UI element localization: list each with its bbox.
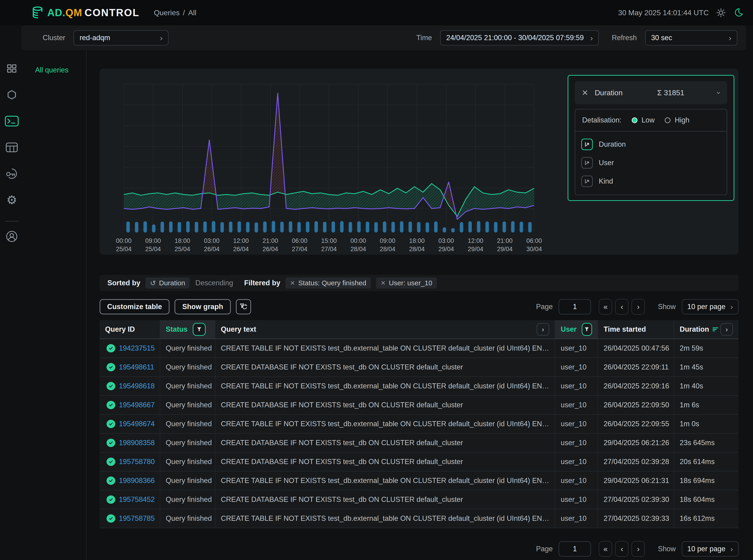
table-row[interactable]: 198908366 Query finished CREATE TABLE IF… (100, 472, 738, 491)
refresh-interval-select[interactable]: 30 sec› (645, 30, 737, 45)
sort-chip-duration[interactable]: ↺ Duration (145, 278, 190, 288)
query-id-link[interactable]: 194237515 (119, 344, 155, 353)
cluster-select[interactable]: red-adqm› (74, 30, 168, 45)
x-axis-tick: 18:0028/04 (409, 237, 425, 253)
filter-funnel-icon (584, 326, 590, 332)
detalisation-option-high[interactable]: High (665, 116, 689, 124)
per-page-select[interactable]: 10 per page› (682, 299, 738, 314)
sidebar-item-cluster[interactable] (4, 88, 19, 102)
column-header-time-started: Time started (598, 320, 674, 339)
legend-metric-duration[interactable]: Duration (581, 135, 721, 154)
legend-header[interactable]: ✕ Duration Σ 31851 › (575, 81, 727, 104)
page-number-input[interactable] (558, 541, 591, 557)
table-row[interactable]: 195498618 Query finished CREATE TABLE IF… (100, 377, 738, 396)
legend-metric-kind[interactable]: Kind (581, 172, 721, 191)
pagination-bottom: Page « ‹ › Show 10 per page› (536, 541, 738, 557)
sort-filter-summary-bar: Sorted by ↺ Duration Descending Filtered… (100, 275, 738, 291)
legend-metric-user[interactable]: User (581, 154, 721, 172)
chart-plot-area[interactable] (124, 84, 534, 234)
filtered-by-label: Filtered by (244, 279, 280, 287)
breadcrumb-page[interactable]: All (188, 8, 197, 17)
customize-table-button[interactable]: Customize table (100, 299, 170, 314)
nav-item-all-queries[interactable]: All queries (35, 66, 86, 74)
time-range-select[interactable]: 24/04/2025 21:00:00 - 30/04/2025 07:59:5… (440, 30, 599, 45)
row-time-started: 29/04/2025 06:21:31 (598, 472, 674, 490)
settings-gear-icon: ⚙ (6, 194, 17, 206)
cluster-label: Cluster (43, 34, 65, 42)
sidebar-item-queries-active[interactable] (4, 114, 19, 128)
database-cylinder-icon (31, 6, 44, 19)
dark-theme-moon-icon[interactable] (733, 7, 744, 18)
sidebar-item-access[interactable] (4, 166, 19, 181)
breadcrumb-section[interactable]: Queries (154, 8, 180, 17)
open-chart-icon (581, 157, 593, 168)
open-chart-icon (581, 139, 593, 150)
prev-page-button[interactable]: ‹ (615, 541, 629, 557)
sidebar-item-settings[interactable]: ⚙ (4, 193, 19, 207)
per-page-select[interactable]: 10 per page› (682, 541, 738, 557)
detalisation-box: Detalisation: Low High Duration User (575, 109, 727, 195)
query-id-link[interactable]: 195498674 (119, 420, 155, 428)
x-axis-tick: 03:0029/04 (439, 237, 454, 253)
table-toolbar: Customize table Show graph Page « ‹ › Sh… (100, 299, 738, 315)
status-filter-button[interactable] (193, 323, 206, 336)
query-finished-check-icon (106, 363, 115, 371)
legend-metric-list: Duration User Kind (575, 132, 727, 195)
table-row[interactable]: 195498674 Query finished CREATE TABLE IF… (100, 415, 738, 434)
first-page-button[interactable]: « (599, 299, 612, 315)
next-page-button[interactable]: › (631, 299, 645, 315)
filter-chip-status[interactable]: ✕ Status: Query finished (285, 278, 371, 288)
close-icon[interactable]: ✕ (290, 280, 295, 287)
close-icon[interactable]: ✕ (582, 88, 588, 97)
page-number-input[interactable] (558, 299, 591, 314)
chevron-down-icon[interactable]: › (715, 92, 723, 94)
table-header-row: Query ID Status Query text › User (100, 320, 738, 339)
user-filter-button[interactable] (582, 323, 592, 336)
sidebar-item-tables[interactable] (4, 140, 19, 155)
row-user: user_10 (555, 472, 598, 490)
query-id-link[interactable]: 195498667 (119, 401, 155, 409)
table-row[interactable]: 195758780 Query finished CREATE DATABASE… (100, 453, 738, 472)
access-key-icon (5, 168, 18, 180)
reset-filters-icon (240, 303, 247, 311)
query-id-link[interactable]: 195498618 (119, 382, 155, 390)
sort-order-label: Descending (195, 279, 233, 287)
duration-expand-button[interactable]: › (720, 323, 733, 336)
breadcrumb-separator: / (183, 8, 185, 17)
row-duration: 1m 45s (674, 358, 738, 376)
query-id-link[interactable]: 195758452 (119, 495, 155, 504)
query-text-expand-button[interactable]: › (537, 323, 549, 336)
sidebar-item-profile[interactable] (4, 229, 19, 243)
sort-descending-icon[interactable] (712, 327, 719, 332)
query-id-link[interactable]: 195758785 (119, 514, 155, 523)
reset-filters-button[interactable] (236, 299, 251, 314)
query-id-link[interactable]: 195498611 (119, 363, 154, 371)
sidebar-rail: ⚙ (0, 50, 23, 560)
query-finished-check-icon (106, 458, 115, 466)
prev-page-button[interactable]: ‹ (615, 299, 629, 315)
x-axis-tick: 09:0028/04 (380, 237, 395, 253)
table-row[interactable]: 195498611 Query finished CREATE DATABASE… (100, 358, 738, 377)
sidebar-item-dashboard[interactable] (4, 61, 19, 76)
table-row[interactable]: 195498667 Query finished CREATE DATABASE… (100, 396, 738, 415)
row-status: Query finished (160, 339, 215, 358)
show-graph-button[interactable]: Show graph (175, 299, 230, 314)
query-id-link[interactable]: 198908358 (119, 439, 155, 447)
table-row[interactable]: 195758785 Query finished CREATE TABLE IF… (100, 509, 738, 528)
close-icon[interactable]: ✕ (381, 280, 386, 287)
next-page-button[interactable]: › (631, 541, 645, 557)
row-query-text: CREATE DATABASE IF NOT EXISTS test_db ON… (215, 358, 555, 376)
filter-chip-user[interactable]: ✕ User: user_10 (376, 278, 437, 288)
global-filter-bar: Cluster red-adqm› Time 24/04/2025 21:00:… (21, 25, 746, 50)
table-row[interactable]: 195758452 Query finished CREATE DATABASE… (100, 491, 738, 509)
first-page-button[interactable]: « (599, 541, 612, 557)
table-row[interactable]: 194237515 Query finished CREATE TABLE IF… (100, 339, 738, 358)
queries-chart-card: 00:0025/0409:0025/0418:0025/0403:0026/04… (100, 69, 738, 255)
detalisation-option-low[interactable]: Low (632, 116, 655, 124)
query-id-link[interactable]: 198908366 (119, 477, 155, 485)
light-theme-sun-icon[interactable] (716, 7, 726, 18)
table-row[interactable]: 198908358 Query finished CREATE DATABASE… (100, 434, 738, 453)
query-id-link[interactable]: 195758780 (119, 458, 155, 466)
sorted-by-label: Sorted by (107, 279, 140, 287)
chevron-right-icon: › (730, 303, 733, 311)
